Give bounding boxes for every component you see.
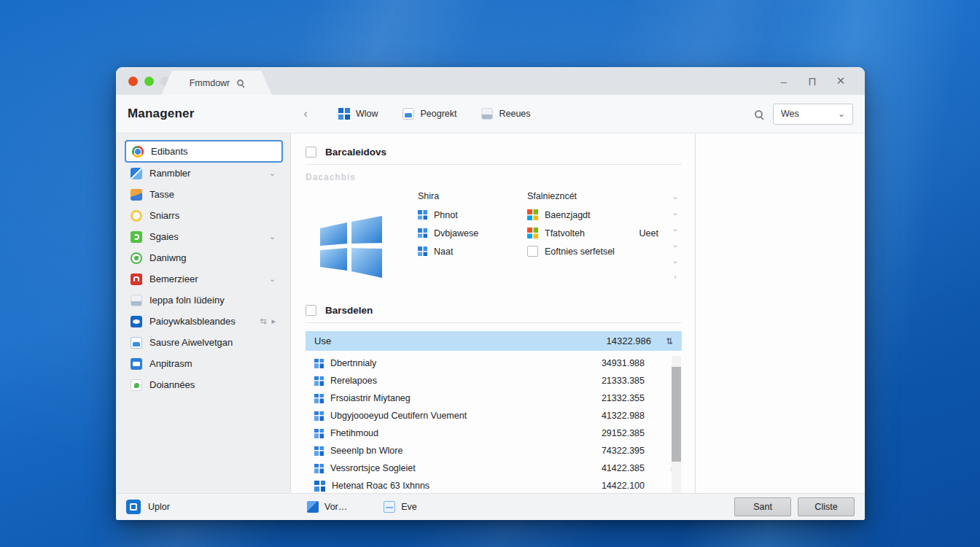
list-item[interactable]: Phnot [418, 206, 527, 224]
swoosh-icon [131, 168, 142, 179]
refresh-icon [131, 231, 142, 243]
table-row[interactable]: Fhetihmoud 29152.385 [306, 424, 682, 442]
section2-header: Barsdelen [306, 302, 682, 318]
maximize-button[interactable]: Π [803, 71, 822, 90]
window-tab[interactable]: Fmmdowr [161, 71, 272, 95]
table-rows: Dbertnnialy 34931.988 Rerelapoes 21333.3… [306, 354, 682, 494]
item-value: Ueet [639, 228, 658, 238]
sidebar-item-10[interactable]: Anpitrasm [125, 353, 283, 374]
chevron-down-icon[interactable]: ⌄ [672, 257, 678, 265]
sidebar-item-8[interactable]: Paioywkalsbleandes ⇆ ▸ [125, 311, 283, 332]
sidebar-item-3[interactable]: Sniarrs [125, 205, 283, 226]
toolbar-item-program[interactable]: Peogrekt [402, 108, 456, 120]
footer-buttons: Sant Cliste [734, 497, 855, 516]
sidebar-item-label: Anpitrasm [149, 358, 192, 369]
windows-icon [314, 394, 324, 403]
scrollbar-thumb[interactable] [672, 367, 681, 462]
windows-logo [314, 197, 387, 295]
table-row[interactable]: Rerelapoes 21333.385 [306, 372, 682, 389]
expand-icons[interactable]: ⇆ ▸ [260, 317, 277, 326]
search-icon[interactable] [237, 79, 244, 86]
footer-action-eve[interactable]: Eve [384, 501, 417, 513]
list-item[interactable]: Baenzjagdt [527, 206, 669, 224]
close-traffic-light[interactable] [128, 77, 138, 86]
document-icon [131, 295, 142, 306]
item-label: Baenzjagdt [545, 210, 591, 220]
footer-action-label: Eve [401, 502, 417, 512]
windows-icon [418, 247, 427, 256]
chevron-down-icon[interactable]: ⌄ [672, 241, 678, 249]
leaf-icon [131, 379, 142, 391]
table-row[interactable]: Hetenat Roac 63 Ixhnns 14422.100 [306, 477, 682, 494]
sort-icon[interactable]: ⇅ [651, 336, 673, 346]
tab-strip: Fmmdowr – Π ✕ [116, 67, 865, 95]
chevron-right-icon[interactable]: › [651, 464, 673, 473]
sidebar-item-0[interactable]: Edibants [125, 140, 283, 163]
section2-title: Barsdelen [325, 305, 373, 316]
option-checkbox[interactable] [527, 246, 538, 257]
browser-icon [132, 146, 144, 158]
list-item[interactable]: Naat [418, 242, 527, 260]
back-button[interactable]: ‹ [304, 107, 308, 120]
table-row[interactable]: Dbertnnialy 34931.988 [306, 354, 682, 372]
sidebar: Edibants Ranmbler ⌄ Tasse Sniarrs Sgaies… [116, 133, 291, 493]
sidebar-item-5[interactable]: Daniwng [125, 247, 283, 268]
header-bar: Managener ‹ Wlow Peogrekt Reeues Wes ⌄ [116, 95, 865, 133]
minimize-traffic-light[interactable] [144, 77, 154, 86]
table-row[interactable]: Ubgyjoooeyud Ceutifern Vuement 41322.988 [306, 407, 682, 424]
sidebar-item-11[interactable]: Doiannées [125, 374, 283, 395]
toolbar: Wlow Peogrekt Reeues [338, 108, 531, 120]
toolbar-item-windows[interactable]: Wlow [338, 108, 378, 120]
sidebar-item-4[interactable]: Sgaies ⌄ [125, 226, 283, 247]
item-label: Dvbjawese [434, 228, 478, 238]
chevron-down-icon[interactable]: ⌄ [672, 209, 678, 217]
list-item[interactable]: Dvbjawese [418, 224, 527, 242]
close-button[interactable]: Cliste [798, 497, 855, 516]
list-item[interactable]: Tfatvolteh Ueet [527, 224, 669, 242]
chevron-down-icon[interactable]: ⌄ [672, 225, 678, 233]
item-label: Phnot [434, 210, 458, 220]
search-icon[interactable] [755, 110, 763, 118]
chevron-down-icon[interactable]: ⌄ [269, 168, 277, 178]
sidebar-item-6[interactable]: Bemerzieer ⌄ [125, 268, 283, 290]
divider [306, 164, 682, 165]
sidebar-item-label: Sausre Aiwelvetgan [149, 337, 233, 348]
section1-content: Shira Phnot Dvbjawese Naat Sfa [306, 187, 682, 295]
chevron-down-icon[interactable]: ⌄ [269, 232, 277, 241]
close-button[interactable]: ✕ [831, 71, 850, 90]
minimize-button[interactable]: – [774, 71, 793, 90]
ms-logo-icon [527, 209, 538, 220]
upload-icon [126, 500, 141, 514]
tab-title: Fmmdowr [190, 78, 230, 88]
scrollbar[interactable] [672, 356, 681, 493]
chevron-right-icon[interactable]: › [674, 273, 677, 281]
start-button[interactable]: Sant [734, 497, 791, 516]
row-value: 34931.988 [602, 358, 645, 368]
section1-checkbox[interactable] [306, 147, 316, 158]
section1-subtitle: Dacachbis [306, 172, 682, 182]
filter-dropdown[interactable]: Wes ⌄ [773, 104, 853, 125]
table-header-row[interactable]: Use 14322.986 ⇅ [306, 331, 682, 351]
sidebar-item-label: Daniwng [149, 252, 187, 263]
sidebar-item-1[interactable]: Ranmbler ⌄ [125, 163, 283, 184]
sidebar-item-9[interactable]: Sausre Aiwelvetgan [125, 332, 283, 353]
item-label: Naat [434, 247, 453, 257]
footer-action-view[interactable]: Vor… [307, 501, 347, 513]
chevron-down-icon[interactable]: ⌄ [672, 193, 678, 201]
sidebar-item-7[interactable]: Ieppa foln Iüdeiny [125, 290, 283, 311]
table-row[interactable]: Vessrortsjce Sogleiet 41422.385 › [306, 459, 682, 477]
section2-checkbox[interactable] [306, 305, 316, 316]
footer-left[interactable]: Uplor [126, 500, 170, 514]
column-shira: Shira Phnot Dvbjawese Naat [418, 187, 527, 295]
toolbar-item-label: Reeues [499, 109, 530, 119]
list-item[interactable]: Eoftnies serfetsel [527, 242, 669, 260]
chevron-down-icon[interactable]: ⌄ [269, 274, 277, 284]
sidebar-item-2[interactable]: Tasse [125, 184, 283, 205]
toolbar-item-label: Peogrekt [420, 109, 456, 119]
toolbar-item-resources[interactable]: Reeues [481, 108, 530, 120]
sidebar-item-label: Sgaies [149, 231, 179, 242]
column-label: Use [314, 335, 331, 346]
table-row[interactable]: Seeenlp bn Wlore 74322.395 [306, 442, 682, 459]
footer-action-label: Vor… [324, 502, 347, 512]
table-row[interactable]: Frsoiastrir Miytaneg 21332.355 [306, 389, 682, 407]
